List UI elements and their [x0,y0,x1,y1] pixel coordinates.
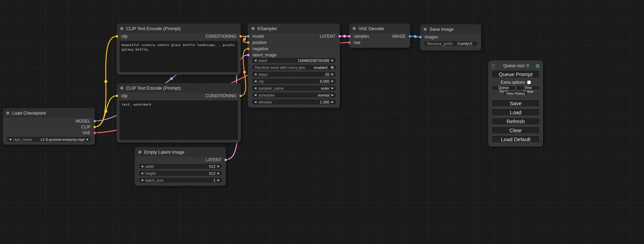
node-title-bar[interactable]: Save Image [420,24,481,34]
decrement-icon[interactable]: ◀ [141,172,143,175]
next-value-icon[interactable]: ▶ [332,94,334,97]
cfg-widget[interactable]: ◀ cfg 8.000 ▶ [252,78,336,84]
decrement-icon[interactable]: ◀ [254,101,256,103]
ckpt-name-widget[interactable]: ◀ ckpt_name v1-5-pruned-emaonly.ckpt ▶ [6,136,91,142]
view-queue-button[interactable]: View Queue [516,85,540,90]
prev-value-icon[interactable]: ◀ [254,87,256,90]
collapse-dot-icon[interactable] [353,27,356,30]
conditioning-output-port[interactable] [239,94,242,97]
model-output-port[interactable] [93,119,96,123]
batch-size-widget[interactable]: ◀ batch_size 1 ▶ [138,177,222,183]
node-clip-text-encode-positive[interactable]: CLIP Text Encode (Prompt) clip CONDITION… [117,24,241,75]
node-title-bar[interactable]: KSampler [248,24,340,33]
increment-icon[interactable]: ▶ [332,80,334,83]
extra-options-label: Extra options [501,80,525,85]
sampler-name-widget[interactable]: ◀ sampler_name euler ▶ [252,85,336,91]
settings-gear-icon[interactable]: ⚙ [536,63,540,69]
slot-label: images [425,35,438,39]
decrement-icon[interactable]: ◀ [141,165,143,168]
collapse-dot-icon[interactable] [120,87,123,90]
seed-widget[interactable]: ◀ seed 156680208700286 ▶ [252,57,336,63]
node-title: Empty Latent Image [144,150,184,155]
drag-handle-icon[interactable] [492,64,495,68]
collapse-dot-icon[interactable] [138,151,141,154]
latent-image-input-port[interactable] [247,53,250,56]
extra-options-checkbox[interactable] [527,81,531,84]
queue-front-button[interactable]: Queue Front [491,85,516,90]
view-history-button[interactable]: View History [503,91,528,96]
vae-input-port[interactable] [348,41,351,44]
next-value-icon[interactable]: ▶ [87,138,89,141]
increment-icon[interactable]: ▶ [218,165,220,168]
collapse-dot-icon[interactable] [6,111,9,115]
slot-label: IMAGE [392,34,406,39]
slot-label: LATENT [320,34,335,39]
load-default-button[interactable]: Load Default [491,135,540,143]
vae-output-port[interactable] [93,131,96,134]
node-title-bar[interactable]: CLIP Text Encode (Prompt) [117,83,241,93]
clip-output-port[interactable] [93,125,96,128]
increment-icon[interactable]: ▶ [332,73,334,76]
node-title-bar[interactable]: CLIP Text Encode (Prompt) [117,24,241,33]
widget-label: cfg [258,79,264,83]
positive-input-port[interactable] [247,41,250,44]
collapse-dot-icon[interactable] [120,27,123,30]
increment-icon[interactable]: ▶ [218,172,220,175]
node-title-bar[interactable]: Load Checkpoint [3,108,95,118]
output-slot-latent: LATENT [248,33,340,39]
image-output-port[interactable] [408,35,412,38]
save-button[interactable]: Save [491,99,540,107]
latent-output-port[interactable] [224,158,227,161]
node-vae-decode[interactable]: VAE Decode samples IMAGE vae [349,24,410,48]
decrement-icon[interactable]: ◀ [254,59,256,62]
refresh-button[interactable]: Refresh [491,117,540,125]
height-widget[interactable]: ◀ height 512 ▶ [138,170,222,176]
increment-icon[interactable]: ▶ [332,101,334,103]
graph-canvas[interactable]: { "icons": { "arrow_left": "◀", "arrow_r… [0,0,644,244]
node-title-bar[interactable]: Empty Latent Image [135,147,226,157]
conditioning-output-port[interactable] [239,35,242,38]
node-ksampler[interactable]: KSampler model LATENT positive negative … [248,24,340,108]
node-clip-text-encode-negative[interactable]: CLIP Text Encode (Prompt) clip CONDITION… [117,83,241,143]
latent-output-port[interactable] [338,35,341,38]
negative-prompt-textarea[interactable]: text, watermark [120,100,238,140]
node-title-bar[interactable]: VAE Decode [349,24,410,33]
node-load-checkpoint[interactable]: Load Checkpoint MODEL CLIP VAE ◀ ckpt_na… [3,108,95,145]
node-title: CLIP Text Encode (Prompt) [126,85,181,91]
widget-value: v1-5-pruned-emaonly.ckpt [34,137,85,142]
node-empty-latent-image[interactable]: Empty Latent Image LATENT ◀ width 512 ▶ … [135,147,226,186]
widget-value: 1 [166,178,215,182]
next-value-icon[interactable]: ▶ [332,87,334,90]
widget-label: height [145,171,156,175]
clear-button[interactable]: Clear [491,126,540,134]
toggle-indicator-icon [331,66,334,69]
images-input-port[interactable] [419,35,422,38]
node-title: Save Image [430,27,453,32]
prev-value-icon[interactable]: ◀ [9,138,11,141]
prev-value-icon[interactable]: ◀ [254,94,256,97]
random-seed-toggle[interactable]: Random seed after every gen enabled [252,64,336,70]
slot-label: VAE [82,130,90,135]
decrement-icon[interactable]: ◀ [254,73,256,76]
queue-menu-panel: Queue size: 0 ⚙ Queue Prompt Extra optio… [488,61,543,146]
decrement-icon[interactable]: ◀ [254,80,256,83]
denoise-widget[interactable]: ◀ denoise 1.000 ▶ [252,99,336,105]
slot-label: positive [253,40,267,45]
node-save-image[interactable]: Save Image images filename_prefix ComfyU… [420,24,481,51]
decrement-icon[interactable]: ◀ [141,179,143,182]
collapse-dot-icon[interactable] [252,27,255,30]
width-widget[interactable]: ◀ width 512 ▶ [138,163,222,169]
output-slot-vae: VAE [3,130,95,136]
positive-prompt-textarea[interactable]: beautiful scenery nature glass bottle la… [120,41,238,72]
queue-size-label: Queue size: 0 [497,63,536,68]
increment-icon[interactable]: ▶ [218,179,220,182]
increment-icon[interactable]: ▶ [332,59,334,62]
scheduler-widget[interactable]: ◀ scheduler normal ▶ [252,92,336,98]
filename-prefix-widget[interactable]: filename_prefix ComfyUI [424,41,478,46]
slot-label: vae [354,40,360,45]
steps-widget[interactable]: ◀ steps 20 ▶ [252,71,336,77]
collapse-dot-icon[interactable] [424,28,427,31]
negative-input-port[interactable] [247,47,250,50]
queue-prompt-button[interactable]: Queue Prompt [491,70,540,78]
load-button[interactable]: Load [491,108,540,116]
